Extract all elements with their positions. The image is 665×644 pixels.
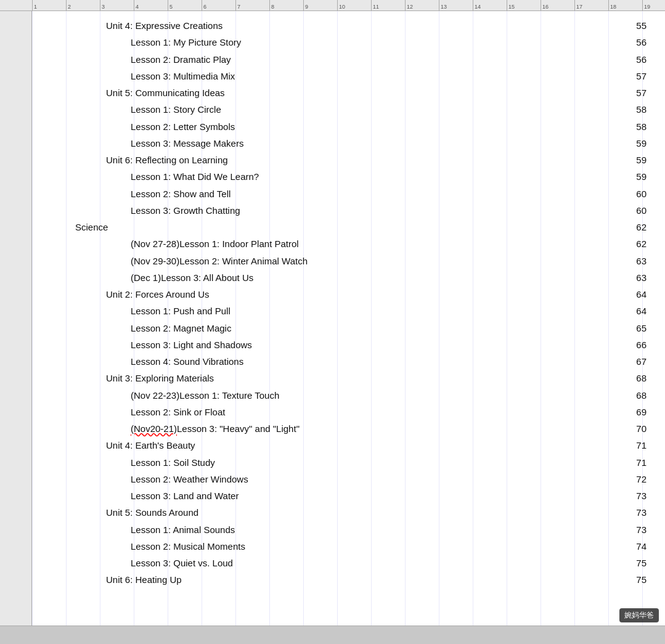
toc-leader: [378, 247, 622, 247]
ruler-tick: 15: [507, 0, 515, 11]
toc-title: Unit 6: Heating Up: [106, 573, 363, 587]
ruler-tick: 10: [337, 0, 345, 11]
toc-item: (Nov 27-28)Lesson 1: Indoor Plant Patrol…: [69, 235, 647, 252]
toc-title: Lesson 2: Weather Windows: [131, 472, 375, 486]
ruler-left: [0, 11, 32, 644]
ruler-tick: 19: [642, 0, 650, 11]
toc-leader: [378, 79, 622, 79]
toc-title: Lesson 1: What Did We Learn?: [131, 169, 375, 184]
toc-page: 58: [625, 102, 647, 116]
toc-item: Lesson 3: Quiet vs. Loud75: [69, 555, 647, 571]
toc-leader: [378, 45, 622, 46]
toc-leader: [378, 62, 622, 63]
toc-leader: [378, 499, 622, 499]
toc-leader: [378, 280, 622, 281]
toc-leader: [365, 448, 622, 449]
watermark: 婉妈华爸: [619, 608, 659, 622]
toc-leader: [378, 197, 622, 197]
toc-leader: [350, 230, 622, 230]
toc-item: Lesson 1: Soil Study71: [69, 454, 647, 471]
toc-title: Lesson 1: Animal Sounds: [131, 523, 375, 537]
toc-item: Lesson 1: Push and Pull64: [69, 303, 647, 319]
toc-item: Lesson 3: Land and Water73: [69, 487, 647, 504]
toc-title: (Nov 27-28)Lesson 1: Indoor Plant Patrol: [131, 237, 375, 251]
toc-page: 73: [625, 489, 647, 503]
toc-item: Lesson 1: My Picture Story56: [69, 34, 647, 51]
toc-page: 62: [625, 220, 647, 234]
toc-page: 65: [625, 321, 647, 335]
toc-title: (Nov 22-23)Lesson 1: Texture Touch: [131, 388, 375, 402]
toc-item: Lesson 2: Weather Windows72: [69, 471, 647, 487]
toc-leader: [378, 331, 622, 332]
toc-title: Lesson 2: Sink or Float: [131, 405, 375, 419]
toc-leader: [378, 264, 622, 264]
toc-page: 71: [625, 438, 647, 452]
toc-leader: [378, 179, 622, 180]
toc-title: Lesson 1: My Picture Story: [131, 35, 375, 49]
toc-leader: [378, 129, 622, 130]
toc-title: Unit 6: Reflecting on Learning: [106, 153, 363, 167]
ruler-tick: 18: [608, 0, 616, 11]
ruler-tick: 2: [66, 0, 71, 11]
ruler-tick: 9: [303, 0, 308, 11]
toc-leader: [365, 297, 622, 298]
toc-item: Unit 4: Expressive Creations55: [69, 17, 647, 34]
toc-leader: [378, 532, 622, 533]
toc-title: Unit 5: Communicating Ideas: [106, 86, 363, 100]
toc-leader: [378, 146, 622, 147]
toc-item: Science62: [69, 219, 647, 235]
toc-page: 57: [625, 86, 647, 100]
toc-page: 60: [625, 203, 647, 218]
toc-page: 72: [625, 472, 647, 486]
toc-leader: [378, 314, 622, 314]
toc-page: 59: [625, 169, 647, 184]
toc-page: 63: [625, 271, 647, 285]
toc-title: Unit 2: Forces Around Us: [106, 287, 363, 301]
toc-item: Lesson 2: Show and Tell60: [69, 185, 647, 202]
toc-title: Lesson 3: Multimedia Mix: [131, 69, 375, 83]
ruler-tick: 6: [202, 0, 206, 11]
toc-leader: [378, 549, 622, 550]
toc-title: Unit 3: Exploring Materials: [106, 371, 363, 385]
toc-item: Lesson 4: Sound Vibrations67: [69, 353, 647, 370]
toc-page: 62: [625, 237, 647, 251]
toc-page: 56: [625, 52, 647, 67]
toc-item: Unit 5: Sounds Around73: [69, 504, 647, 521]
ruler-tick: 11: [371, 0, 379, 11]
toc-page: 67: [625, 354, 647, 369]
ruler-tick: 4: [134, 0, 139, 11]
toc-page: 69: [625, 405, 647, 419]
ruler-tick: 7: [235, 0, 240, 11]
toc-item: Lesson 2: Sink or Float69: [69, 404, 647, 420]
toc-page: 64: [625, 304, 647, 318]
toc-title: Lesson 1: Soil Study: [131, 455, 375, 470]
toc-item: Lesson 3: Light and Shadows66: [69, 336, 647, 353]
toc-item: Lesson 2: Musical Moments74: [69, 538, 647, 555]
toc-item: Lesson 2: Letter Symbols58: [69, 118, 647, 135]
toc-page: 70: [625, 422, 647, 436]
toc-title: (Dec 1)Lesson 3: All About Us: [131, 271, 375, 285]
toc-content: Unit 4: Expressive Creations55Lesson 1: …: [32, 11, 665, 595]
toc-page: 58: [625, 120, 647, 134]
toc-page: 64: [625, 287, 647, 301]
toc-page: 73: [625, 523, 647, 537]
toc-title: (Nov 29-30)Lesson 2: Winter Animal Watch: [131, 254, 375, 268]
toc-leader: [378, 431, 622, 432]
toc-page: 74: [625, 539, 647, 553]
ruler-tick: 5: [168, 0, 173, 11]
toc-leader: [378, 566, 622, 566]
toc-title: Science: [75, 220, 348, 234]
toc-page: 57: [625, 69, 647, 83]
ruler-tick: 3: [100, 0, 105, 11]
toc-item: Lesson 3: Multimedia Mix57: [69, 68, 647, 84]
toc-title: Lesson 2: Magnet Magic: [131, 321, 375, 335]
toc-leader: [378, 348, 622, 348]
toc-page: 60: [625, 187, 647, 201]
toc-page: 73: [625, 505, 647, 520]
toc-leader: [365, 515, 622, 516]
toc-leader: [365, 163, 622, 163]
toc-title: Unit 5: Sounds Around: [106, 505, 363, 520]
toc-item: Unit 4: Earth's Beauty71: [69, 437, 647, 454]
toc-leader: [365, 381, 622, 381]
toc-leader: [378, 465, 622, 466]
